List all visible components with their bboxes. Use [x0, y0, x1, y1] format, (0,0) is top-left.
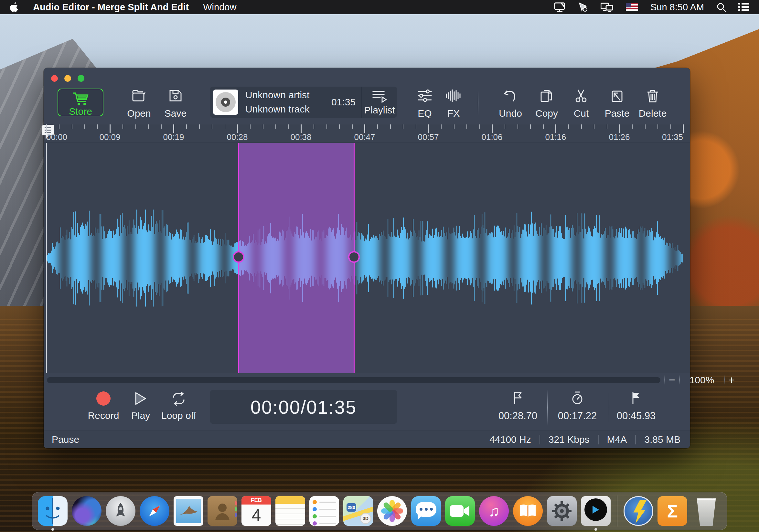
loop-button[interactable]: Loop off	[156, 392, 201, 421]
dock-calendar[interactable]: FEB 4	[241, 495, 272, 526]
running-indicator	[594, 528, 597, 531]
zoom-in-button[interactable]: +	[725, 374, 738, 386]
file-size: 3.85 MB	[644, 434, 680, 445]
input-source-flag-icon[interactable]	[626, 3, 638, 11]
ruler-label: 01:35	[662, 132, 683, 142]
cart-icon	[72, 92, 89, 106]
dock-maps[interactable]: 280 3D	[343, 495, 374, 526]
save-button[interactable]: Save	[158, 88, 193, 119]
dock-safari[interactable]	[139, 495, 170, 526]
dock-sigma-app[interactable]: Σ	[657, 495, 688, 526]
dock-messages[interactable]	[411, 495, 442, 526]
ruler-label: 00:38	[290, 132, 311, 142]
dock-finder[interactable]	[37, 495, 68, 526]
paste-button[interactable]: Paste	[599, 88, 635, 119]
selection-handle-left[interactable]	[233, 251, 244, 263]
ruler-tick-minor	[314, 125, 314, 129]
playlist-button[interactable]: Playlist	[362, 87, 397, 118]
ruler-tick-minor	[416, 125, 416, 129]
ruler-tick-minor	[59, 125, 60, 129]
selection-end[interactable]: 00:45.93	[609, 392, 664, 422]
ruler-tick-minor	[84, 125, 85, 129]
menu-window[interactable]: Window	[203, 2, 236, 13]
dock-notes[interactable]	[275, 495, 306, 526]
ruler-tick-minor	[97, 125, 98, 129]
selection-length[interactable]: 00:17.22	[550, 392, 605, 422]
menu-clock[interactable]: Sun 8:50 AM	[650, 2, 704, 13]
horizontal-scrollbar[interactable]	[47, 377, 660, 383]
dock-mail[interactable]	[173, 495, 204, 526]
dock-launchpad[interactable]	[105, 495, 136, 526]
waveform-area	[44, 143, 690, 373]
open-label: Open	[127, 108, 151, 119]
equalizer-sliders-icon	[417, 89, 432, 102]
spotlight-search-icon[interactable]	[716, 2, 726, 12]
open-button[interactable]: Open	[121, 88, 157, 119]
playhead-line[interactable]	[46, 143, 47, 373]
dock-reminders[interactable]	[309, 495, 340, 526]
ruler-tick-minor	[530, 125, 531, 129]
dock-audio-editor[interactable]	[580, 495, 611, 526]
eq-label: EQ	[418, 108, 431, 119]
notification-center-icon[interactable]	[738, 3, 749, 12]
delete-button[interactable]: Delete	[635, 88, 670, 119]
selection-start[interactable]: 00:28.70	[490, 392, 545, 422]
ruler-label: 00:47	[354, 132, 375, 142]
apple-menu-icon[interactable]	[10, 2, 19, 12]
selection-handle-right[interactable]	[348, 251, 360, 263]
dock-itunes[interactable]: ♫	[478, 495, 509, 526]
dock-photos[interactable]	[377, 495, 408, 526]
dock-siri[interactable]	[71, 495, 102, 526]
dock-contacts[interactable]	[207, 495, 238, 526]
dock-facetime[interactable]	[445, 495, 475, 526]
status-divider	[539, 435, 540, 444]
undo-button[interactable]: Undo	[493, 88, 528, 119]
menu-bar: Audio Editor - Merge Split And Edit Wind…	[0, 0, 759, 14]
ruler-tick-minor	[288, 125, 289, 129]
fx-button[interactable]: FX	[436, 88, 471, 119]
zoom-out-button[interactable]: −	[665, 374, 679, 386]
displays-icon[interactable]	[601, 2, 614, 12]
calendar-day: 4	[241, 505, 271, 526]
cd-icon	[216, 92, 236, 112]
store-button[interactable]: Store	[58, 89, 103, 116]
ruler-tick-major	[109, 125, 110, 133]
running-indicator	[51, 528, 54, 531]
trash-icon	[646, 89, 659, 103]
ruler-label: 01:26	[609, 132, 630, 142]
time-display: 00:00/01:35	[210, 390, 397, 424]
flag-filled-icon	[631, 392, 641, 405]
dock-system-preferences[interactable]	[546, 495, 577, 526]
ruler-label: 00:09	[99, 132, 120, 142]
pointer-app-icon[interactable]	[578, 2, 588, 12]
screen-mirroring-icon[interactable]	[554, 2, 566, 12]
fx-wave-icon	[445, 89, 462, 102]
ruler-tick-minor	[594, 125, 594, 129]
stopwatch-icon	[571, 392, 584, 405]
selection-start-value: 00:28.70	[499, 410, 538, 422]
ruler-tick-minor	[607, 125, 607, 129]
copy-label: Copy	[535, 108, 558, 119]
menu-app-name[interactable]: Audio Editor - Merge Split And Edit	[33, 2, 189, 13]
transport-bar: Record Play Loop off 00:00/01:35 00:28.7…	[44, 386, 690, 431]
dock-trash[interactable]	[691, 495, 722, 526]
maps-3d-badge: 3D	[360, 513, 371, 524]
status-divider	[635, 435, 636, 444]
waveform-canvas[interactable]	[46, 143, 683, 373]
sample-rate: 44100 Hz	[489, 434, 531, 445]
dock-ibooks[interactable]	[512, 495, 543, 526]
ruler-tick-major	[173, 125, 174, 133]
ruler-tick-minor	[568, 125, 569, 129]
loop-icon	[170, 392, 187, 406]
dock-lightning-app[interactable]	[623, 495, 654, 526]
dock-separator	[617, 495, 618, 526]
copy-button[interactable]: Copy	[529, 88, 564, 119]
cut-button[interactable]: Cut	[563, 88, 599, 119]
track-info-panel[interactable]: Unknown artist Unknown track 01:35 Playl…	[210, 87, 397, 118]
playlist-label: Playlist	[364, 105, 395, 116]
timeline-ruler[interactable]: 00:0000:0900:1900:2800:3800:4700:5701:06…	[44, 125, 690, 143]
zoom-row: − 100% +	[44, 374, 690, 386]
itunes-note: ♫	[478, 495, 509, 526]
cut-label: Cut	[574, 108, 589, 119]
track-duration: 01:35	[331, 96, 356, 108]
